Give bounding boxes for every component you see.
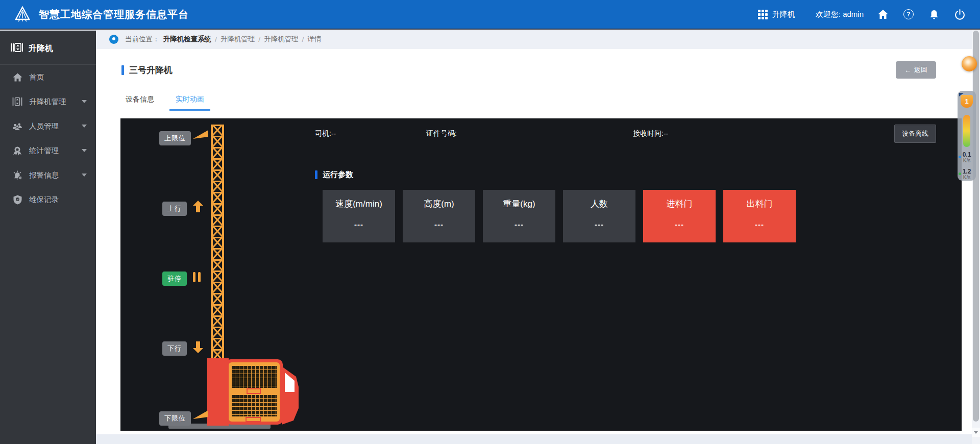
- upload-speed: 1.2 K/s: [963, 168, 971, 181]
- app-title: 智慧工地综合管理服务信息平台: [39, 8, 189, 21]
- apps-grid-icon: [758, 10, 768, 19]
- param-card-outlet-door: 出料门 ---: [723, 190, 796, 242]
- sidebar-header-label: 升降机: [29, 43, 53, 54]
- breadcrumb-item[interactable]: 升降机管理: [264, 35, 299, 44]
- bell-icon[interactable]: [928, 8, 940, 20]
- back-button[interactable]: ← 返回: [896, 61, 936, 79]
- scroll-down-arrow-icon: [974, 431, 978, 434]
- arrow-down-icon: [193, 341, 203, 355]
- param-value: ---: [643, 220, 716, 229]
- page-title: 三号升降机: [129, 64, 173, 76]
- scroll-down-button[interactable]: [972, 428, 980, 437]
- param-value: ---: [483, 220, 555, 229]
- sidebar-item-hoist-management[interactable]: 升降机管理: [0, 89, 96, 114]
- param-card-speed: 速度(m/min) ---: [323, 190, 395, 242]
- back-arrow-icon: ←: [904, 66, 911, 74]
- tab-realtime-animation[interactable]: 实时动画: [176, 95, 204, 111]
- security-shield-icon[interactable]: 1: [961, 95, 973, 108]
- download-dot-icon: [959, 156, 961, 158]
- param-value: ---: [323, 220, 395, 229]
- flag-icon: [193, 130, 209, 141]
- tab-device-info[interactable]: 设备信息: [126, 95, 154, 111]
- param-card-weight: 重量(kg) ---: [483, 190, 555, 242]
- id-number-field: 证件号码:: [426, 125, 633, 143]
- section-accent-bar: [315, 170, 317, 179]
- help-icon[interactable]: ?: [902, 8, 915, 20]
- shield-icon: [12, 194, 22, 205]
- breadcrumb-root[interactable]: 升降机检查系统: [163, 35, 212, 44]
- receive-time-field: 接收时间:--: [633, 125, 894, 143]
- sidebar-item-personnel[interactable]: 人员管理: [0, 114, 96, 138]
- scrollbar-thumb[interactable]: [973, 31, 979, 422]
- label-descending: 下行: [162, 341, 187, 356]
- param-card-people-count: 人数 ---: [563, 190, 635, 242]
- sidebar-item-label: 维保记录: [29, 195, 59, 205]
- flag-icon: [193, 410, 209, 422]
- main-area: 当前位置： 升降机检查系统 / 升降机管理 / 升降机管理 / 详情 三号升降机…: [96, 30, 972, 444]
- device-offline-button[interactable]: 设备离线: [894, 125, 936, 143]
- browser-assistant-icon[interactable]: [962, 56, 977, 71]
- label-ascending: 上行: [162, 202, 187, 216]
- location-pin-icon: [109, 35, 118, 44]
- pause-icon: [193, 272, 201, 284]
- arrow-up-icon: [193, 201, 203, 214]
- speed-gauge-bar: [963, 115, 970, 147]
- breadcrumb-prefix: 当前位置：: [125, 35, 160, 44]
- driver-value: --: [331, 130, 336, 138]
- sidebar: 升降机 首页 升降机管理 人员管理: [0, 31, 96, 444]
- hoist-logo-icon: [10, 42, 23, 55]
- download-speed: 0.1 K/s: [963, 152, 971, 164]
- chevron-down-icon: [82, 149, 87, 152]
- sidebar-item-label: 人员管理: [29, 121, 59, 131]
- breadcrumb-item: 详情: [307, 35, 321, 44]
- power-icon[interactable]: [953, 8, 966, 20]
- sidebar-item-alarms[interactable]: 报警信息: [0, 163, 96, 187]
- param-value: ---: [563, 220, 635, 229]
- home-icon: [12, 72, 22, 82]
- label-lower-limit: 下限位: [159, 411, 191, 426]
- sidebar-item-label: 升降机管理: [29, 97, 66, 107]
- label-upper-limit: 上限位: [159, 131, 191, 145]
- network-speed-widget[interactable]: 1 0.1 K/s 1.2 K/s: [958, 91, 976, 181]
- param-card-height: 高度(m) ---: [403, 190, 475, 242]
- breadcrumb-item[interactable]: 升降机管理: [220, 35, 255, 44]
- app-switcher[interactable]: 升降机: [758, 10, 795, 19]
- sidebar-item-maintenance[interactable]: 维保记录: [0, 187, 96, 212]
- username: admin: [843, 10, 864, 18]
- shield-badge-count: 1: [965, 97, 968, 105]
- param-cards: 速度(m/min) --- 高度(m) --- 重量(kg) --- 人数 --…: [323, 190, 796, 242]
- sidebar-header: 升降机: [0, 31, 96, 65]
- sidebar-item-label: 统计管理: [29, 146, 59, 156]
- tab-bar: 设备信息 实时动画: [96, 95, 972, 111]
- title-accent-bar: [121, 65, 124, 75]
- realtime-panel: 上限位 上行 驻停 下行 下限位: [120, 118, 962, 431]
- stats-icon: [12, 145, 22, 156]
- alarm-icon: [12, 170, 22, 180]
- elevator-icon: [12, 96, 22, 107]
- breadcrumb: 当前位置： 升降机检查系统 / 升降机管理 / 升降机管理 / 详情: [96, 30, 972, 49]
- sidebar-item-label: 首页: [29, 72, 44, 82]
- chevron-down-icon: [82, 174, 87, 177]
- content-card: 三号升降机 ← 返回 设备信息 实时动画: [96, 49, 972, 434]
- chevron-down-icon: [82, 125, 87, 128]
- device-info-row: 司机:-- 证件号码: 接收时间:-- 设备离线: [315, 118, 962, 143]
- param-value: ---: [723, 220, 796, 229]
- params-section-title: 运行参数: [315, 170, 353, 180]
- param-card-inlet-door: 进料门 ---: [643, 190, 716, 242]
- sidebar-item-statistics[interactable]: 统计管理: [0, 138, 96, 163]
- driver-field: 司机:--: [315, 125, 426, 143]
- welcome-text: 欢迎您: admin: [816, 10, 864, 19]
- topbar: 智慧工地综合管理服务信息平台 升降机 欢迎您: admin ?: [0, 0, 980, 30]
- company-logo-icon: [13, 5, 32, 23]
- home-icon[interactable]: [877, 8, 889, 20]
- upload-dot-icon: [959, 172, 961, 175]
- app-switcher-label: 升降机: [772, 10, 795, 19]
- chevron-down-icon: [82, 100, 87, 103]
- people-icon: [12, 121, 22, 131]
- receive-time-value: --: [664, 130, 668, 138]
- label-stopped: 驻停: [162, 272, 187, 286]
- sidebar-item-home[interactable]: 首页: [0, 65, 96, 89]
- sidebar-item-label: 报警信息: [29, 170, 59, 180]
- param-value: ---: [403, 220, 475, 229]
